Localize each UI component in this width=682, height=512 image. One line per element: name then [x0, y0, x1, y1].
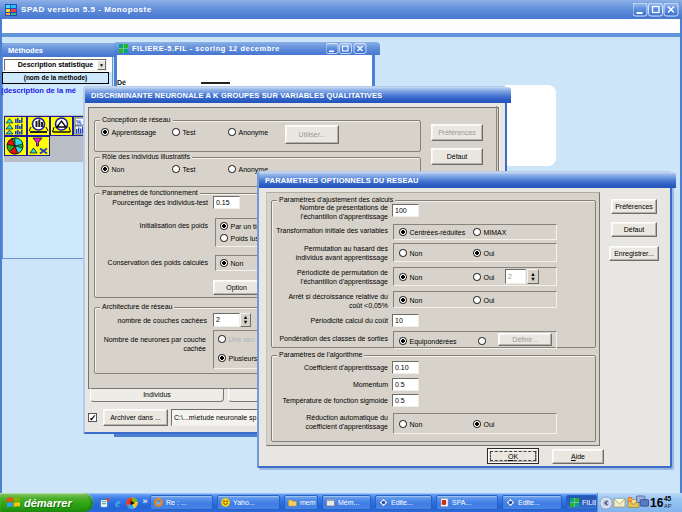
svg-text:e: e: [115, 496, 121, 510]
svg-text:%: %: [76, 119, 82, 125]
svg-text:»: »: [142, 496, 147, 506]
